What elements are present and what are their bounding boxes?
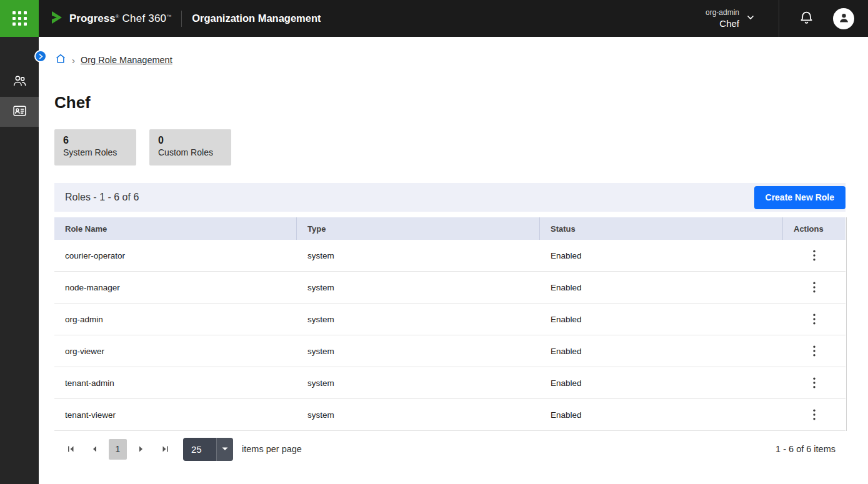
row-actions-cell [783, 247, 846, 264]
row-actions-menu-button[interactable] [806, 279, 823, 296]
user-avatar-button[interactable] [833, 8, 854, 29]
table-row: org-admin system Enabled [54, 304, 846, 335]
role-type-cell: system [297, 347, 540, 356]
role-status-cell: Enabled [540, 378, 783, 388]
sidebar-item-org-roles[interactable] [0, 97, 39, 127]
brand: Progress ® Chef 360 ™ [49, 10, 171, 27]
role-name-cell: courier-operator [54, 251, 297, 260]
last-page-button[interactable] [156, 439, 174, 459]
row-actions-cell [783, 310, 846, 328]
org-name-label: Chef [719, 17, 739, 29]
topbar-right: org-admin Chef [706, 0, 868, 37]
pagination-bar: 1 25 items per page 1 - 6 of 6 items [54, 431, 846, 467]
brand-secondary: Chef 360 [122, 12, 167, 25]
chevron-down-icon [746, 13, 755, 24]
user-icon [837, 11, 851, 26]
row-actions-menu-button[interactable] [806, 310, 823, 328]
column-header-status: Status [540, 217, 783, 240]
breadcrumb: › Org Role Management [39, 37, 868, 67]
brand-tm-mark: ™ [166, 14, 171, 19]
roles-panel: Roles - 1 - 6 of 6 Create New Role Role … [54, 183, 846, 467]
previous-page-button[interactable] [85, 439, 104, 459]
stat-card-system-roles: 6 System Roles [54, 129, 136, 165]
breadcrumb-home-link[interactable] [55, 53, 66, 67]
stat-card-custom-roles: 0 Custom Roles [149, 129, 231, 165]
create-new-role-button[interactable]: Create New Role [754, 186, 846, 209]
sidebar-expand-button[interactable] [34, 50, 47, 62]
progress-logo-icon [49, 10, 64, 27]
role-status-cell: Enabled [540, 283, 783, 292]
table-header-row: Role Name Type Status Actions [54, 217, 846, 240]
table-row: org-viewer system Enabled [54, 335, 846, 367]
page-title: Chef [54, 93, 868, 112]
row-actions-cell [783, 279, 846, 296]
column-header-type: Type [297, 217, 540, 240]
next-page-button[interactable] [132, 439, 151, 459]
custom-roles-label: Custom Roles [158, 147, 222, 159]
role-name-cell: tenant-viewer [54, 410, 297, 420]
role-type-cell: system [297, 283, 540, 292]
role-type-cell: system [297, 251, 540, 260]
dropdown-caret-icon [216, 438, 233, 461]
table-row: tenant-viewer system Enabled [54, 399, 846, 431]
stats-row: 6 System Roles 0 Custom Roles [54, 129, 868, 165]
breadcrumb-current-link[interactable]: Org Role Management [81, 55, 172, 65]
row-actions-menu-button[interactable] [806, 374, 823, 392]
topbar: Progress ® Chef 360 ™ Organization Manag… [0, 0, 868, 37]
row-actions-menu-button[interactable] [806, 406, 823, 423]
grid-menu-icon [12, 11, 27, 26]
brand-reg-mark: ® [116, 14, 119, 19]
breadcrumb-separator: › [72, 56, 75, 65]
role-type-cell: system [297, 410, 540, 420]
role-status-cell: Enabled [540, 315, 783, 324]
items-per-page-label: items per page [242, 444, 302, 454]
table-body: courier-operator system Enabled node-man… [54, 240, 846, 431]
sidebar-item-users[interactable] [0, 67, 39, 97]
custom-roles-count: 0 [158, 134, 222, 147]
sidebar [0, 37, 39, 484]
notifications-button[interactable] [799, 10, 814, 27]
scrollbar-track [846, 217, 847, 431]
role-status-cell: Enabled [540, 347, 783, 356]
roles-panel-title: Roles - 1 - 6 of 6 [65, 192, 139, 203]
app-title: Organization Management [192, 12, 321, 24]
row-actions-menu-button[interactable] [806, 247, 823, 264]
role-name-cell: org-viewer [54, 347, 297, 356]
main-content: › Org Role Management Chef 6 System Role… [39, 37, 868, 484]
table-row: node-manager system Enabled [54, 272, 846, 304]
role-badge-icon [12, 103, 27, 121]
current-page-button[interactable]: 1 [109, 439, 127, 460]
role-status-cell: Enabled [540, 251, 783, 260]
topbar-separator [779, 0, 779, 37]
users-icon [12, 73, 27, 91]
topbar-brand-divider [181, 11, 182, 27]
column-header-actions: Actions [783, 217, 846, 240]
row-actions-cell [783, 374, 846, 392]
page-size-value: 25 [183, 444, 216, 455]
page-size-dropdown[interactable]: 25 [183, 438, 233, 461]
brand-primary: Progress [69, 12, 116, 25]
role-type-cell: system [297, 315, 540, 324]
home-icon [55, 53, 66, 67]
first-page-button[interactable] [61, 439, 80, 459]
chevron-right-icon [38, 52, 44, 61]
org-role-label: org-admin [706, 7, 739, 17]
roles-panel-header: Roles - 1 - 6 of 6 Create New Role [54, 183, 846, 212]
role-status-cell: Enabled [540, 410, 783, 420]
row-actions-menu-button[interactable] [806, 342, 823, 360]
org-switcher[interactable]: org-admin Chef [706, 7, 755, 29]
role-name-cell: tenant-admin [54, 378, 297, 388]
items-range-label: 1 - 6 of 6 items [776, 444, 846, 454]
system-roles-label: System Roles [63, 147, 127, 159]
role-type-cell: system [297, 378, 540, 388]
app-launcher-button[interactable] [0, 0, 39, 37]
row-actions-cell [783, 342, 846, 360]
table-row: courier-operator system Enabled [54, 240, 846, 272]
bell-icon [799, 10, 814, 27]
roles-table: Role Name Type Status Actions courier-op… [54, 217, 846, 431]
row-actions-cell [783, 406, 846, 423]
role-name-cell: org-admin [54, 315, 297, 324]
system-roles-count: 6 [63, 134, 127, 147]
column-header-role-name: Role Name [54, 217, 297, 240]
table-row: tenant-admin system Enabled [54, 367, 846, 399]
